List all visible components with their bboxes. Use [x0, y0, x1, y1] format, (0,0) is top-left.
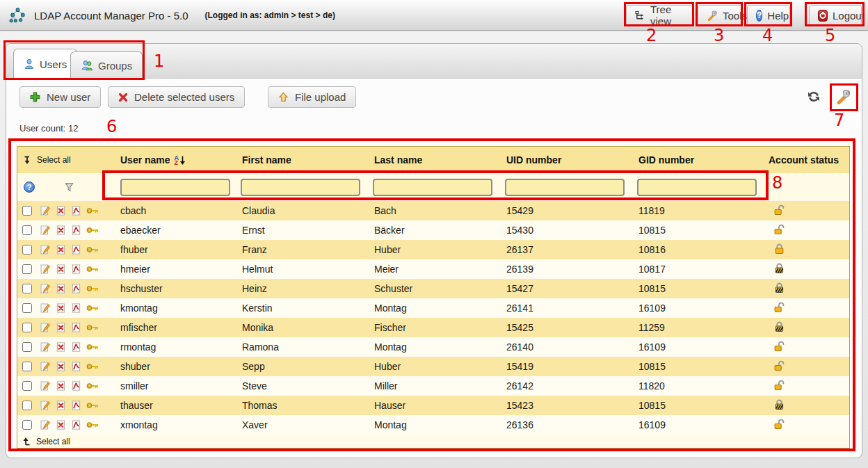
cell-gid-number[interactable]: 11820: [637, 380, 767, 392]
password-key-icon[interactable]: [86, 323, 99, 332]
cell-last-name[interactable]: Schuster: [373, 283, 505, 294]
delete-user-icon[interactable]: [56, 225, 66, 236]
column-header-user-name[interactable]: User nameAZ: [119, 154, 241, 166]
filter-help-icon[interactable]: ?: [24, 181, 35, 193]
cell-first-name[interactable]: Helmut: [241, 264, 373, 275]
cell-user-name[interactable]: mfischer: [119, 322, 241, 333]
cell-uid-number[interactable]: 26136: [505, 419, 637, 430]
select-all-bottom-button[interactable]: Select all: [17, 435, 849, 448]
edit-user-icon[interactable]: [40, 400, 51, 411]
row-checkbox[interactable]: [22, 225, 32, 235]
cell-first-name[interactable]: Heinz: [241, 283, 373, 294]
password-key-icon[interactable]: [86, 362, 99, 371]
cell-last-name[interactable]: Montag: [373, 341, 505, 353]
delete-user-icon[interactable]: [56, 264, 66, 275]
delete-user-icon[interactable]: [56, 361, 66, 372]
password-key-icon[interactable]: [86, 265, 99, 273]
row-checkbox[interactable]: [22, 303, 32, 313]
file-upload-button[interactable]: File upload: [268, 86, 356, 108]
pdf-export-icon[interactable]: [71, 205, 81, 216]
delete-user-icon[interactable]: [56, 400, 66, 411]
cell-gid-number[interactable]: 11259: [637, 322, 767, 333]
edit-user-icon[interactable]: [40, 302, 51, 314]
cell-user-name[interactable]: ebaecker: [119, 225, 241, 236]
cell-user-name[interactable]: smiller: [119, 380, 241, 392]
cell-user-name[interactable]: thauser: [119, 400, 241, 411]
cell-user-name[interactable]: rmontag: [119, 341, 241, 353]
pdf-export-icon[interactable]: [71, 380, 81, 392]
edit-user-icon[interactable]: [40, 205, 51, 216]
row-checkbox[interactable]: [22, 245, 32, 255]
pdf-export-icon[interactable]: [71, 264, 81, 275]
new-user-button[interactable]: New user: [19, 86, 101, 108]
password-key-icon[interactable]: [86, 207, 99, 215]
row-checkbox[interactable]: [22, 206, 32, 216]
column-header-gid-number[interactable]: GID number: [637, 154, 767, 166]
cell-uid-number[interactable]: 15425: [505, 322, 637, 333]
cell-gid-number[interactable]: 10817: [637, 264, 767, 275]
tree-view-button[interactable]: Tree view: [626, 5, 693, 26]
cell-first-name[interactable]: Steve: [241, 380, 373, 392]
cell-user-name[interactable]: cbach: [119, 205, 241, 216]
cell-last-name[interactable]: Fischer: [373, 322, 505, 333]
edit-user-icon[interactable]: [40, 264, 51, 275]
edit-user-icon[interactable]: [40, 341, 51, 353]
edit-user-icon[interactable]: [40, 244, 51, 255]
delete-user-icon[interactable]: [56, 419, 66, 430]
password-key-icon[interactable]: [86, 304, 99, 312]
cell-first-name[interactable]: Xaver: [241, 419, 373, 430]
cell-gid-number[interactable]: 16109: [637, 302, 767, 314]
cell-first-name[interactable]: Ramona: [241, 341, 373, 353]
cell-uid-number[interactable]: 15427: [505, 283, 637, 294]
delete-user-icon[interactable]: [56, 283, 66, 294]
filter-funnel-icon[interactable]: [64, 182, 74, 193]
cell-first-name[interactable]: Thomas: [241, 400, 373, 411]
cell-gid-number[interactable]: 11819: [637, 205, 767, 216]
cell-last-name[interactable]: Bach: [373, 205, 505, 216]
cell-last-name[interactable]: Miller: [373, 380, 505, 392]
row-checkbox[interactable]: [22, 401, 32, 410]
select-all-top-button[interactable]: Select all: [17, 155, 119, 165]
cell-uid-number[interactable]: 15429: [505, 205, 637, 216]
row-checkbox[interactable]: [22, 264, 32, 274]
row-checkbox[interactable]: [22, 284, 32, 293]
column-header-uid-number[interactable]: UID number: [505, 154, 637, 166]
cell-gid-number[interactable]: 16109: [637, 419, 767, 430]
cell-first-name[interactable]: Monika: [241, 322, 373, 333]
password-key-icon[interactable]: [86, 226, 99, 234]
list-settings-wrench-icon[interactable]: [835, 88, 851, 104]
cell-uid-number[interactable]: 15430: [505, 225, 637, 236]
cell-first-name[interactable]: Kerstin: [241, 302, 373, 314]
edit-user-icon[interactable]: [40, 361, 51, 372]
cell-user-name[interactable]: hmeier: [119, 264, 241, 275]
cell-last-name[interactable]: Hauser: [373, 400, 505, 411]
cell-uid-number[interactable]: 26140: [505, 341, 637, 353]
cell-gid-number[interactable]: 10815: [637, 283, 767, 294]
filter-input-user-name[interactable]: [120, 179, 230, 196]
cell-user-name[interactable]: hschuster: [119, 283, 241, 294]
column-header-last-name[interactable]: Last name: [373, 154, 505, 166]
cell-first-name[interactable]: Ernst: [241, 225, 373, 236]
password-key-icon[interactable]: [86, 284, 99, 293]
filter-input-first-name[interactable]: [241, 179, 360, 196]
row-checkbox[interactable]: [22, 362, 32, 371]
delete-user-icon[interactable]: [56, 244, 66, 255]
delete-user-icon[interactable]: [56, 322, 66, 333]
cell-last-name[interactable]: Huber: [373, 361, 505, 372]
pdf-export-icon[interactable]: [71, 302, 81, 314]
row-checkbox[interactable]: [22, 323, 32, 332]
delete-user-icon[interactable]: [56, 380, 66, 392]
cell-first-name[interactable]: Franz: [241, 244, 373, 255]
refresh-icon[interactable]: [807, 90, 821, 104]
pdf-export-icon[interactable]: [71, 361, 81, 372]
cell-uid-number[interactable]: 26142: [505, 380, 637, 392]
tab-groups[interactable]: Groups: [70, 51, 143, 79]
cell-uid-number[interactable]: 15423: [505, 400, 637, 411]
password-key-icon[interactable]: [86, 382, 99, 390]
cell-user-name[interactable]: kmontag: [119, 302, 241, 314]
cell-last-name[interactable]: Meier: [373, 264, 505, 275]
pdf-export-icon[interactable]: [71, 225, 81, 236]
cell-gid-number[interactable]: 16109: [637, 341, 767, 353]
pdf-export-icon[interactable]: [71, 419, 81, 430]
edit-user-icon[interactable]: [40, 322, 51, 333]
